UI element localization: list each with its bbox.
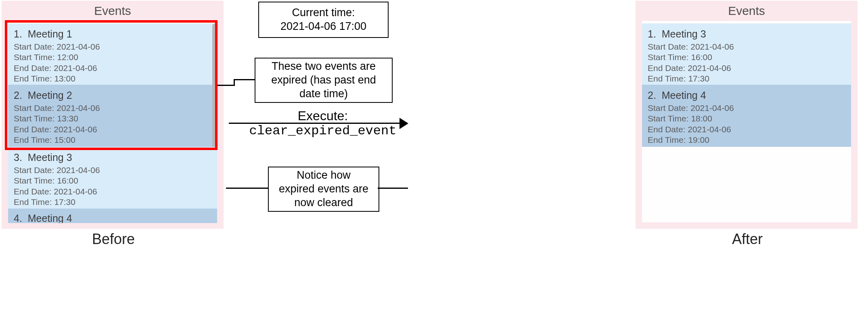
event-title: 3. Meeting 3 <box>14 152 211 163</box>
connector-line <box>378 188 408 189</box>
current-time-value: 2021-04-06 17:00 <box>280 20 366 33</box>
scrollbar[interactable] <box>212 23 217 164</box>
event-start-date: Start Date: 2021-04-06 <box>648 42 845 52</box>
arrow-right-icon <box>399 118 408 129</box>
event-start-date: Start Date: 2021-04-06 <box>14 42 207 52</box>
event-end-time: End Time: 15:00 <box>14 135 207 145</box>
event-card[interactable]: 1. Meeting 3 Start Date: 2021-04-06 Star… <box>642 23 851 85</box>
event-end-time: End Time: 13:00 <box>14 73 207 84</box>
event-end-time: End Time: 17:30 <box>648 73 845 84</box>
after-panel: Events 1. Meeting 3 Start Date: 2021-04-… <box>636 1 858 229</box>
event-end-date: End Date: 2021-04-06 <box>648 124 845 135</box>
event-card[interactable]: 4. Meeting 4 <box>8 209 217 223</box>
before-panel-body: 1. Meeting 1 Start Date: 2021-04-06 Star… <box>8 21 217 222</box>
event-end-time: End Time: 17:30 <box>14 197 211 207</box>
before-panel-title: Events <box>2 2 223 20</box>
event-start-date: Start Date: 2021-04-06 <box>14 103 207 113</box>
connector-line <box>234 79 255 80</box>
event-title: 1. Meeting 3 <box>648 28 845 40</box>
before-caption: Before <box>2 231 225 248</box>
execute-label: Execute: <box>226 109 420 123</box>
event-title: 2. Meeting 4 <box>648 90 845 101</box>
event-end-date: End Date: 2021-04-06 <box>14 124 207 135</box>
event-end-date: End Date: 2021-04-06 <box>14 186 211 197</box>
event-end-date: End Date: 2021-04-06 <box>14 63 207 73</box>
event-card[interactable]: 1. Meeting 1 Start Date: 2021-04-06 Star… <box>8 23 212 85</box>
event-title: 1. Meeting 1 <box>14 28 207 40</box>
current-time-label: Current time: <box>292 6 355 20</box>
connector-line <box>218 85 234 86</box>
event-end-time: End Time: 19:00 <box>648 135 845 145</box>
connector-line <box>226 188 268 189</box>
event-start-time: Start Time: 16:00 <box>14 175 211 186</box>
event-end-date: End Date: 2021-04-06 <box>648 63 845 73</box>
connector-line <box>234 79 235 86</box>
event-title: 4. Meeting 4 <box>14 213 211 223</box>
after-panel-title: Events <box>636 2 857 20</box>
after-panel-body: 1. Meeting 3 Start Date: 2021-04-06 Star… <box>642 21 851 222</box>
event-card[interactable]: 2. Meeting 4 Start Date: 2021-04-06 Star… <box>642 85 851 147</box>
event-start-time: Start Time: 16:00 <box>648 52 845 63</box>
event-start-date: Start Date: 2021-04-06 <box>648 103 845 113</box>
event-card[interactable]: 3. Meeting 3 Start Date: 2021-04-06 Star… <box>8 147 217 209</box>
expired-annotation-box: These two events are expired (has past e… <box>255 58 393 103</box>
event-title: 2. Meeting 2 <box>14 90 207 101</box>
execute-command: clear_expired_event <box>226 123 420 138</box>
event-start-time: Start Time: 13:30 <box>14 113 207 124</box>
event-start-time: Start Time: 18:00 <box>648 113 845 124</box>
current-time-box: Current time: 2021-04-06 17:00 <box>258 2 389 38</box>
event-card[interactable]: 2. Meeting 2 Start Date: 2021-04-06 Star… <box>8 85 212 147</box>
event-start-time: Start Time: 12:00 <box>14 52 207 63</box>
cleared-annotation-box: Notice how expired events are now cleare… <box>268 167 379 212</box>
arrow-shaft <box>229 123 402 124</box>
event-start-date: Start Date: 2021-04-06 <box>14 165 211 175</box>
before-panel: Events 1. Meeting 1 Start Date: 2021-04-… <box>2 1 224 229</box>
after-caption: After <box>636 231 859 248</box>
